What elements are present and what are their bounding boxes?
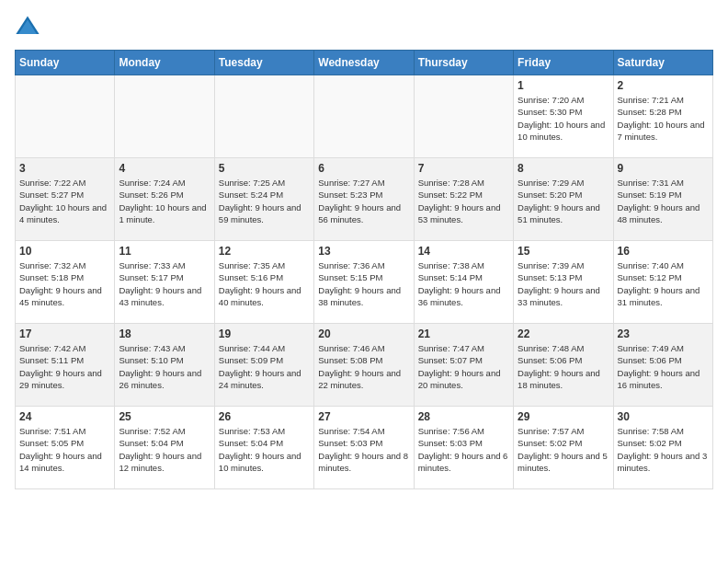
calendar-body: 1Sunrise: 7:20 AM Sunset: 5:30 PM Daylig… [16,75,713,489]
day-number: 22 [518,327,609,340]
calendar-cell: 4Sunrise: 7:24 AM Sunset: 5:26 PM Daylig… [115,158,214,241]
day-info: Sunrise: 7:40 AM Sunset: 5:12 PM Dayligh… [618,259,709,308]
day-number: 6 [318,162,409,175]
day-number: 20 [318,327,409,340]
calendar-cell: 11Sunrise: 7:33 AM Sunset: 5:17 PM Dayli… [115,241,214,324]
day-number: 11 [119,245,210,258]
calendar-cell: 8Sunrise: 7:29 AM Sunset: 5:20 PM Daylig… [514,158,613,241]
day-number: 19 [219,327,310,340]
calendar-cell: 9Sunrise: 7:31 AM Sunset: 5:19 PM Daylig… [613,158,712,241]
page-header [15,15,713,40]
calendar-week-row: 1Sunrise: 7:20 AM Sunset: 5:30 PM Daylig… [16,75,713,158]
calendar-cell: 3Sunrise: 7:22 AM Sunset: 5:27 PM Daylig… [16,158,115,241]
calendar-cell: 29Sunrise: 7:57 AM Sunset: 5:02 PM Dayli… [514,407,613,489]
weekday-header-tuesday: Tuesday [214,51,313,75]
day-info: Sunrise: 7:33 AM Sunset: 5:17 PM Dayligh… [119,259,210,308]
calendar-cell: 10Sunrise: 7:32 AM Sunset: 5:18 PM Dayli… [16,241,115,324]
calendar-table: SundayMondayTuesdayWednesdayThursdayFrid… [15,50,713,489]
day-number: 3 [19,162,110,175]
day-info: Sunrise: 7:42 AM Sunset: 5:11 PM Dayligh… [19,342,110,391]
calendar-cell: 25Sunrise: 7:52 AM Sunset: 5:04 PM Dayli… [115,407,214,489]
calendar-cell: 28Sunrise: 7:56 AM Sunset: 5:03 PM Dayli… [414,407,513,489]
day-info: Sunrise: 7:38 AM Sunset: 5:14 PM Dayligh… [418,259,509,308]
day-number: 5 [219,162,310,175]
calendar-cell: 13Sunrise: 7:36 AM Sunset: 5:15 PM Dayli… [314,241,414,324]
day-info: Sunrise: 7:51 AM Sunset: 5:05 PM Dayligh… [19,425,110,474]
day-number: 10 [19,245,110,258]
day-info: Sunrise: 7:44 AM Sunset: 5:09 PM Dayligh… [219,342,310,391]
day-info: Sunrise: 7:53 AM Sunset: 5:04 PM Dayligh… [219,425,310,474]
day-info: Sunrise: 7:58 AM Sunset: 5:02 PM Dayligh… [618,425,709,474]
calendar-cell: 20Sunrise: 7:46 AM Sunset: 5:08 PM Dayli… [314,324,414,407]
calendar-cell: 2Sunrise: 7:21 AM Sunset: 5:28 PM Daylig… [613,75,712,158]
calendar-cell: 22Sunrise: 7:48 AM Sunset: 5:06 PM Dayli… [514,324,613,407]
day-info: Sunrise: 7:48 AM Sunset: 5:06 PM Dayligh… [518,342,609,391]
day-number: 27 [318,410,409,423]
weekday-header-row: SundayMondayTuesdayWednesdayThursdayFrid… [16,51,713,75]
day-number: 16 [618,245,709,258]
day-info: Sunrise: 7:22 AM Sunset: 5:27 PM Dayligh… [19,177,110,225]
day-number: 25 [119,410,210,423]
calendar-cell: 17Sunrise: 7:42 AM Sunset: 5:11 PM Dayli… [16,324,115,407]
day-number: 7 [418,162,509,175]
calendar-week-row: 24Sunrise: 7:51 AM Sunset: 5:05 PM Dayli… [16,407,713,489]
day-info: Sunrise: 7:36 AM Sunset: 5:15 PM Dayligh… [318,259,409,308]
calendar-cell: 12Sunrise: 7:35 AM Sunset: 5:16 PM Dayli… [214,241,313,324]
weekday-header-sunday: Sunday [16,51,115,75]
day-info: Sunrise: 7:31 AM Sunset: 5:19 PM Dayligh… [618,177,709,225]
logo [15,15,44,40]
calendar-week-row: 17Sunrise: 7:42 AM Sunset: 5:11 PM Dayli… [16,324,713,407]
calendar-cell: 1Sunrise: 7:20 AM Sunset: 5:30 PM Daylig… [514,75,613,158]
day-number: 8 [518,162,609,175]
calendar-cell [115,75,214,158]
day-number: 12 [219,245,310,258]
day-number: 14 [418,245,509,258]
weekday-header-monday: Monday [115,51,214,75]
calendar-week-row: 3Sunrise: 7:22 AM Sunset: 5:27 PM Daylig… [16,158,713,241]
calendar-cell [314,75,414,158]
calendar-header: SundayMondayTuesdayWednesdayThursdayFrid… [16,51,713,75]
day-info: Sunrise: 7:20 AM Sunset: 5:30 PM Dayligh… [518,94,609,143]
calendar-cell: 6Sunrise: 7:27 AM Sunset: 5:23 PM Daylig… [314,158,414,241]
calendar-cell: 19Sunrise: 7:44 AM Sunset: 5:09 PM Dayli… [214,324,313,407]
day-info: Sunrise: 7:39 AM Sunset: 5:13 PM Dayligh… [518,259,609,308]
day-info: Sunrise: 7:47 AM Sunset: 5:07 PM Dayligh… [418,342,509,391]
day-info: Sunrise: 7:43 AM Sunset: 5:10 PM Dayligh… [119,342,210,391]
day-info: Sunrise: 7:56 AM Sunset: 5:03 PM Dayligh… [418,425,509,474]
day-info: Sunrise: 7:29 AM Sunset: 5:20 PM Dayligh… [518,177,609,225]
day-info: Sunrise: 7:54 AM Sunset: 5:03 PM Dayligh… [318,425,409,474]
day-info: Sunrise: 7:27 AM Sunset: 5:23 PM Dayligh… [318,177,409,225]
day-info: Sunrise: 7:49 AM Sunset: 5:06 PM Dayligh… [618,342,709,391]
day-number: 17 [19,327,110,340]
calendar-cell [16,75,115,158]
calendar-cell: 16Sunrise: 7:40 AM Sunset: 5:12 PM Dayli… [613,241,712,324]
calendar-cell: 7Sunrise: 7:28 AM Sunset: 5:22 PM Daylig… [414,158,513,241]
day-number: 4 [119,162,210,175]
calendar-cell: 23Sunrise: 7:49 AM Sunset: 5:06 PM Dayli… [613,324,712,407]
calendar-week-row: 10Sunrise: 7:32 AM Sunset: 5:18 PM Dayli… [16,241,713,324]
calendar-cell: 27Sunrise: 7:54 AM Sunset: 5:03 PM Dayli… [314,407,414,489]
day-info: Sunrise: 7:24 AM Sunset: 5:26 PM Dayligh… [119,177,210,225]
day-number: 13 [318,245,409,258]
weekday-header-saturday: Saturday [613,51,712,75]
day-number: 28 [418,410,509,423]
calendar-cell: 5Sunrise: 7:25 AM Sunset: 5:24 PM Daylig… [214,158,313,241]
day-info: Sunrise: 7:28 AM Sunset: 5:22 PM Dayligh… [418,177,509,225]
day-info: Sunrise: 7:57 AM Sunset: 5:02 PM Dayligh… [518,425,609,474]
logo-icon [15,15,40,40]
day-number: 18 [119,327,210,340]
day-number: 30 [618,410,709,423]
day-number: 1 [518,79,609,92]
day-number: 15 [518,245,609,258]
day-number: 2 [618,79,709,92]
day-number: 26 [219,410,310,423]
calendar-cell [214,75,313,158]
day-number: 29 [518,410,609,423]
calendar-cell: 18Sunrise: 7:43 AM Sunset: 5:10 PM Dayli… [115,324,214,407]
day-number: 23 [618,327,709,340]
weekday-header-wednesday: Wednesday [314,51,414,75]
day-number: 21 [418,327,509,340]
day-number: 24 [19,410,110,423]
day-info: Sunrise: 7:52 AM Sunset: 5:04 PM Dayligh… [119,425,210,474]
day-info: Sunrise: 7:46 AM Sunset: 5:08 PM Dayligh… [318,342,409,391]
